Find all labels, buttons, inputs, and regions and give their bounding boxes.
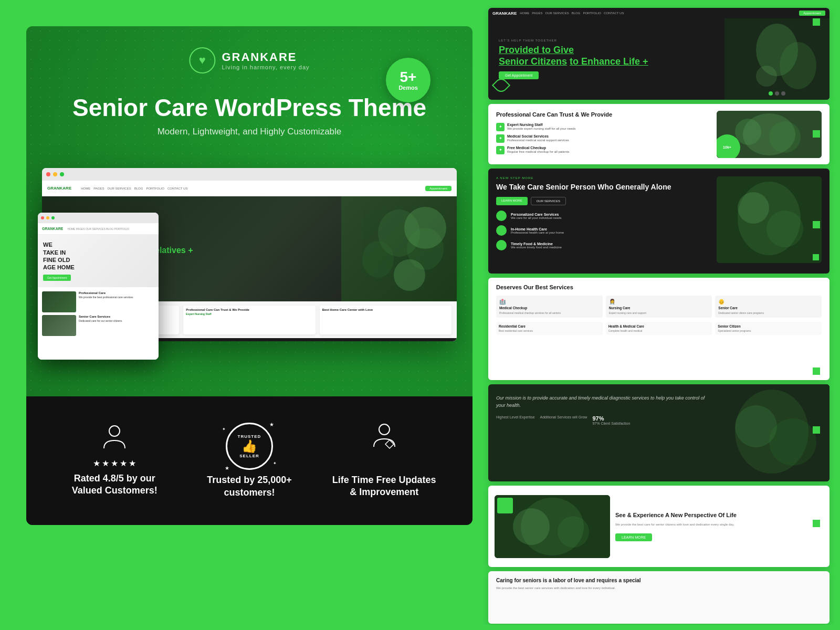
s3-left: A NEW STEP MORE We Take Care Senior Pers… [496,176,709,263]
s3-cta1[interactable]: LEARN MORE [496,197,528,205]
service-card-3: Best Home Care Center with Love [320,306,452,334]
preview-strip-3: A NEW STEP MORE We Take Care Senior Pers… [488,169,830,274]
main-title: Senior Care WordPress Theme [47,94,452,121]
s5-stat-2: Additional Services will Grow [540,415,587,425]
stats-section: ★ ★ ★ ★ ★ Rated 4.8/5 by our Valued Cust… [26,396,472,525]
rating-label: Rated 4.8/5 by our Valued Customers! [62,472,167,497]
s6-green-overlay [497,498,513,513]
s2-content: Professional Care Can Trust & We Provide… [488,104,830,164]
s6-cta-button[interactable]: LEARN MORE [615,533,652,541]
svg-point-1 [407,228,444,270]
mini-nav-2: GRANKARE HOME PAGES OUR SERVICES BLOG PO… [38,223,159,235]
s1-nav-links: HOME PAGES OUR SERVICES BLOG PORTFOLIO C… [520,12,624,15]
s3-content: A NEW STEP MORE We Take Care Senior Pers… [488,169,830,271]
stat-item-updates: Life Time Free Updates & Improvement [332,423,437,499]
logo-text: GRANKARE Living in harmony, every day [222,50,309,70]
nav-dot-1 [775,91,779,96]
nav-dots [769,91,785,96]
s2-service-3: ✦ Free Medical Checkup Regular free medi… [496,146,711,154]
sc1-title: Medical Checkup [499,306,600,310]
sc3-icon: 👴 [718,299,818,304]
s2-service-2: ✦ Medical Social Services Professional m… [496,134,711,143]
s5-left: Our mission is to provide accurate and t… [488,384,714,481]
s3-st-1: Personalized Care Services We care for a… [511,213,562,219]
b2-si-title-2: Senior Care Services [79,315,154,318]
s1-cta-nav[interactable]: Appointment [799,10,825,16]
b2-hero: WE TAKE IN FINE OLD AGE HOME Get Appoint… [38,235,159,287]
s4-content: Deserves Our Best Services 🏥 Medical Che… [488,278,830,341]
b2-si-text-2: Dedicated care for our senior citizens [79,319,154,322]
b2-si-title-1: Professional Care [79,291,154,295]
b2-services: Professional Care We provide the best pr… [38,287,159,343]
updates-label: Life Time Free Updates & Improvement [332,474,437,499]
nav-dot-active [769,91,773,96]
s2-service-1: ✦ Expert Nursing Staff We provide expert… [496,123,711,131]
s1-cta-button[interactable]: Get Appointment [499,71,539,79]
sc3-title: Senior Care [718,306,818,310]
s6-right: See & Experience A New Perspective Of Li… [615,511,823,541]
logo-name: GRANKARE [222,50,309,64]
s1-logo: GRANKARE [492,11,517,16]
s4-sc-1: 🏥 Medical Checkup Professional medical c… [496,296,603,318]
s4-bc-3: Senior Citizen Specialized senior progra… [715,322,822,335]
sc2-title: Professional Care Can Trust & We Provide [186,308,312,311]
star-2: ★ [102,458,109,468]
hero-svg [341,196,457,301]
stat-item-rating: ★ ★ ★ ★ ★ Rated 4.8/5 by our Valued Cust… [62,425,167,497]
b2-hero-title: WE TAKE IN FINE OLD AGE HOME [43,241,75,271]
s7-title: Caring for seniors is a labor of love an… [496,578,822,583]
demos-badge: 5+ Demos [386,58,430,102]
browser-bar-2 [38,213,159,223]
rating-icon [99,425,130,454]
browser-dot-yellow [53,172,57,176]
s2-green-dot-1: ✦ [496,123,505,131]
s1-hero-svg [724,18,830,100]
b2-dot-red [41,216,44,219]
hero-image [341,196,457,301]
s5-right [714,384,830,481]
s4-bc-2: Health & Medical Care Complete health an… [606,322,712,335]
b2-cta[interactable]: Get Appointment [43,275,71,281]
right-panel: GRANKARE HOME PAGES OUR SERVICES BLOG PO… [483,5,835,625]
green-indicator-2 [813,130,820,138]
mini-nav-cta[interactable]: Appointment [425,186,452,191]
s2-green-dot-3: ✦ [496,146,505,154]
green-indicator-3 [813,221,820,228]
s4-sc-3: 👴 Senior Care Dedicated senior citizen c… [715,296,822,318]
svg-point-13 [769,121,801,153]
service-card-2: Professional Care Can Trust & We Provide… [183,306,315,334]
trusted-text-bottom: SELLER [239,454,259,458]
s3-cta2[interactable]: OUR SERVICES [531,197,566,205]
s4-bc-text-1: Best residential care services [499,329,600,332]
mini-nav: GRANKARE HOME PAGES OUR SERVICES BLOG PO… [42,181,457,196]
s2-service-text-3: Free Medical Checkup Regular free medica… [507,146,569,153]
svg-point-8 [780,42,816,89]
star-1: ★ [93,458,100,468]
s4-bc-label-2: Health & Medical Care [608,324,710,328]
s4-bc-text-2: Complete health and medical [608,329,710,332]
logo-icon: ♥ [189,47,215,74]
svg-point-21 [769,418,816,466]
s2-green-dot-2: ✦ [496,134,505,143]
svg-point-25 [558,516,589,548]
b2-dot-yellow [46,216,49,219]
green-indicator-5 [813,426,820,434]
s3-service-2: In-Home Health Care Professional health … [496,225,709,236]
preview-strip-2: Professional Care Can Trust & We Provide… [488,104,830,164]
s1-hero-image [724,18,830,100]
s5-content: Our mission is to provide accurate and t… [488,384,830,481]
s2-service-text-2: Medical Social Services Professional med… [507,134,569,142]
demos-label: Demos [398,85,418,91]
preview-strip-1: GRANKARE HOME PAGES OUR SERVICES BLOG PO… [488,8,830,100]
updates-icon [369,423,400,455]
s2-service-text-1: Expert Nursing Staff We provide expert n… [507,123,576,130]
green-indicator-6 [813,520,820,527]
s5-quote: Our mission is to provide accurate and t… [496,395,706,409]
browser-dot-green [60,172,64,176]
s3-si-3 [496,240,507,250]
b2-service-row-1: Professional Care We provide the best pr… [42,291,154,312]
s6-title: See & Experience A New Perspective Of Li… [615,511,823,519]
s5-right-inner [714,384,830,481]
trusted-badge: TRUSTED 👍 SELLER ★ ★ ✦ ✦ [226,423,273,470]
sc1-icon: 🏥 [499,299,600,304]
